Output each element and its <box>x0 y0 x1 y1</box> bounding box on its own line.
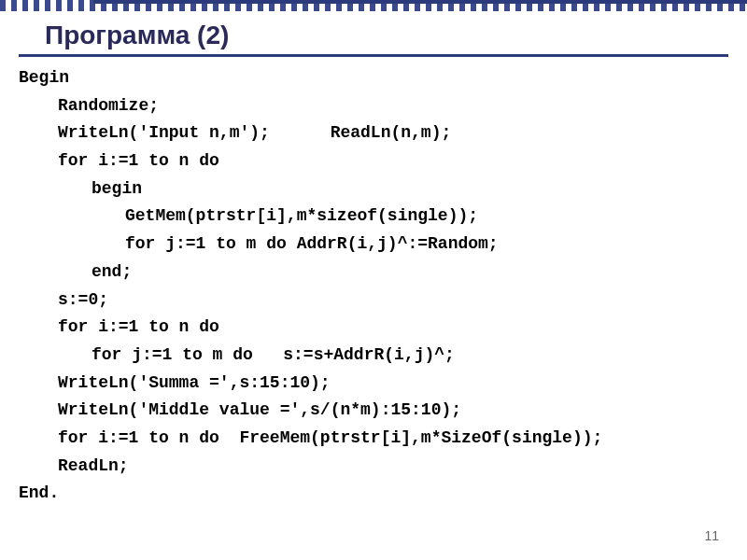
code-line: for i:=1 to n do FreeMem(ptrstr[i],m*Siz… <box>19 425 728 453</box>
code-line: GetMem(ptrstr[i],m*sizeof(single)); <box>19 203 728 231</box>
code-line: for i:=1 to n do <box>19 314 728 342</box>
code-line: begin <box>19 175 728 203</box>
slide-top-border-solid <box>93 0 747 4</box>
code-line: ReadLn; <box>19 453 728 481</box>
code-line: WriteLn('Input n,m'); ReadLn(n,m); <box>19 119 728 147</box>
title-underline <box>19 54 728 57</box>
code-block: Begin Randomize; WriteLn('Input n,m'); R… <box>19 64 728 508</box>
code-line: Begin <box>19 64 728 92</box>
code-line: for i:=1 to n do <box>19 147 728 175</box>
page-number: 11 <box>704 528 719 543</box>
code-line: for j:=1 to m do s:=s+AddrR(i,j)^; <box>19 342 728 370</box>
slide-title: Программа (2) <box>45 21 747 50</box>
code-line: WriteLn('Middle value =',s/(n*m):15:10); <box>19 397 728 425</box>
code-line: s:=0; <box>19 287 728 315</box>
code-line: for j:=1 to m do AddrR(i,j)^:=Random; <box>19 231 728 259</box>
code-line: Randomize; <box>19 92 728 120</box>
code-line: end; <box>19 259 728 287</box>
code-line: WriteLn('Summa =',s:15:10); <box>19 370 728 398</box>
code-line: End. <box>19 480 728 508</box>
